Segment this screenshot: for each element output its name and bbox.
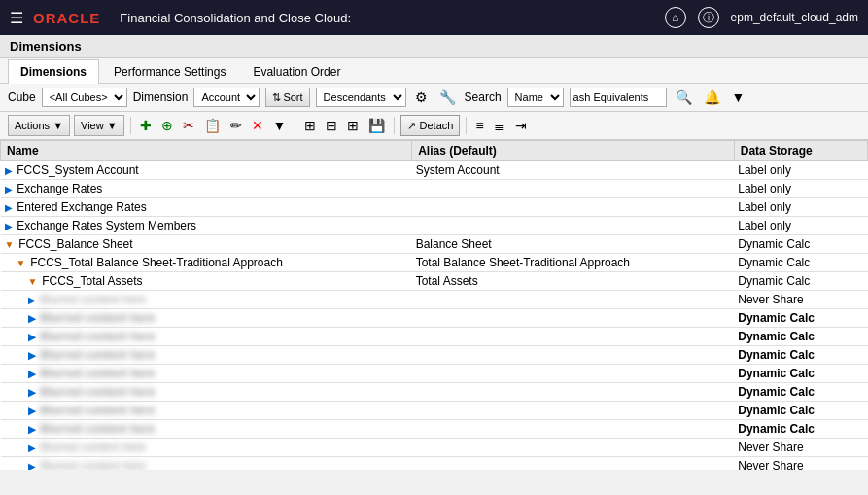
table-row[interactable]: ▶ Entered Exchange RatesLabel only — [1, 198, 868, 217]
sort-button[interactable]: ⇅ Sort — [265, 88, 309, 107]
row-name-cell: ▶ Blurred content here — [1, 402, 412, 420]
expand-icon[interactable]: ▶ — [28, 442, 39, 453]
row-name-text: Blurred content here — [40, 459, 146, 470]
add-child-icon[interactable]: ⊕ — [158, 117, 176, 134]
hamburger-menu-icon[interactable]: ☰ — [10, 9, 23, 27]
row-name-text: Blurred content here — [40, 385, 155, 399]
indent-spacer — [5, 256, 17, 269]
row-name-cell: ▶ Blurred content here — [1, 383, 412, 402]
expand-icon[interactable]: ▶ — [5, 184, 16, 194]
view-button[interactable]: View ▼ — [74, 115, 124, 136]
row-alias-cell — [412, 198, 735, 217]
tab-evaluation-order[interactable]: Evaluation Order — [240, 59, 353, 84]
expand-icon[interactable]: ▶ — [28, 332, 39, 342]
info-icon[interactable]: ⓘ — [698, 7, 719, 28]
align-left-icon[interactable]: ≡ — [472, 117, 486, 134]
actions-button[interactable]: Actions ▼ — [8, 115, 70, 136]
expand-all-icon[interactable]: ⊞ — [344, 117, 362, 134]
indent-spacer — [5, 330, 28, 343]
edit-icon[interactable]: ✏ — [227, 117, 245, 134]
align-center-icon[interactable]: ≣ — [491, 117, 508, 134]
expand-icon[interactable]: ▼ — [5, 239, 17, 250]
row-name-text: Entered Exchange Rates — [17, 200, 146, 214]
table-row[interactable]: ▶ Blurred content hereDynamic Calc — [1, 346, 868, 365]
cut-icon[interactable]: ✂ — [180, 117, 197, 134]
expand-icon[interactable]: ▶ — [28, 295, 39, 305]
indent-spacer — [5, 459, 28, 470]
row-name-cell: ▶ Exchange Rates — [1, 180, 412, 198]
add-icon[interactable]: ✚ — [137, 117, 155, 134]
row-alias-cell — [412, 291, 735, 309]
row-name-cell: ▶ Entered Exchange Rates — [1, 198, 412, 217]
filter-icon-1[interactable]: ⚙ — [412, 88, 431, 106]
tab-performance-settings[interactable]: Performance Settings — [101, 59, 238, 84]
table-row[interactable]: ▶ Blurred content hereDynamic Calc — [1, 383, 868, 402]
expand-icon[interactable]: ▶ — [5, 165, 16, 176]
header-right: ⌂ ⓘ epm_default_cloud_adm — [665, 7, 858, 28]
expand-icon[interactable]: ▶ — [28, 406, 39, 416]
expand-icon[interactable]: ▼ — [17, 258, 29, 268]
search-icon[interactable]: 🔍 — [673, 88, 695, 106]
filter-options-icon[interactable]: ▼ — [729, 88, 748, 106]
expand-icon[interactable]: ⊞ — [301, 117, 319, 134]
expand-icon[interactable]: ▼ — [28, 276, 41, 287]
table-row[interactable]: ▶ Blurred content hereDynamic Calc — [1, 420, 868, 439]
expand-icon[interactable]: ▶ — [28, 461, 39, 470]
row-storage-cell: Label only — [734, 180, 867, 198]
table-row[interactable]: ▶ Blurred content hereDynamic Calc — [1, 309, 868, 328]
table-row[interactable]: ▶ Blurred content hereNever Share — [1, 439, 868, 457]
tab-dimensions[interactable]: Dimensions — [8, 59, 99, 84]
row-name-text: Exchange Rates System Members — [17, 219, 196, 232]
table-row[interactable]: ▼ FCCS_Balance SheetBalance SheetDynamic… — [1, 235, 868, 254]
row-alias-cell — [412, 365, 735, 383]
table-row[interactable]: ▼ FCCS_Total AssetsTotal AssetsDynamic C… — [1, 272, 868, 291]
filter-bar: Cube <All Cubes> Dimension Account ⇅ Sor… — [0, 84, 868, 112]
table-row[interactable]: ▶ Blurred content hereDynamic Calc — [1, 402, 868, 420]
detach-button[interactable]: ↗ Detach — [400, 115, 460, 136]
row-name-text: Blurred content here — [40, 422, 155, 436]
table-row[interactable]: ▶ Exchange Rates System MembersLabel onl… — [1, 217, 868, 235]
expand-icon[interactable]: ▶ — [28, 387, 39, 398]
expand-icon[interactable]: ▶ — [28, 350, 39, 361]
wrap-icon[interactable]: ⇥ — [512, 117, 530, 134]
table-row[interactable]: ▶ Blurred content hereNever Share — [1, 291, 868, 309]
row-storage-cell: Label only — [734, 217, 867, 235]
filter-icon-2[interactable]: 🔧 — [436, 88, 459, 106]
search-label: Search — [465, 90, 502, 104]
expand-icon[interactable]: ▶ — [28, 313, 39, 324]
oracle-logo: ORACLE — [33, 10, 100, 26]
row-name-cell: ▶ Blurred content here — [1, 328, 412, 346]
row-alias-cell — [412, 439, 735, 457]
dimensions-table: Name Alias (Default) Data Storage ▶ FCCS… — [0, 140, 868, 470]
search-field-select[interactable]: Name — [507, 88, 564, 107]
copy-icon[interactable]: 📋 — [201, 117, 224, 134]
expand-icon[interactable]: ▶ — [5, 221, 16, 231]
app-header: ☰ ORACLE Financial Consolidation and Clo… — [0, 0, 868, 35]
sort-select[interactable]: Descendants — [316, 88, 406, 107]
table-row[interactable]: ▼ FCCS_Total Balance Sheet-Traditional A… — [1, 254, 868, 272]
row-alias-cell — [412, 457, 735, 471]
table-row[interactable]: ▶ Blurred content hereDynamic Calc — [1, 328, 868, 346]
row-name-cell: ▶ FCCS_System Account — [1, 161, 412, 180]
home-icon[interactable]: ⌂ — [665, 7, 686, 28]
dimension-select[interactable]: Account — [193, 88, 260, 107]
expand-icon[interactable]: ▶ — [28, 369, 39, 379]
cube-select[interactable]: <All Cubes> — [42, 88, 127, 107]
delete-icon[interactable]: ✕ — [249, 117, 266, 134]
table-row[interactable]: ▶ FCCS_System AccountSystem AccountLabel… — [1, 161, 868, 180]
search-input[interactable] — [570, 88, 667, 107]
more-icon[interactable]: ▼ — [270, 117, 290, 134]
row-alias-cell: Total Balance Sheet-Traditional Approach — [412, 254, 735, 272]
filter-clear-icon[interactable]: 🔔 — [701, 88, 723, 106]
collapse-icon[interactable]: ⊟ — [323, 117, 340, 134]
save-icon[interactable]: 💾 — [365, 117, 388, 134]
table-row[interactable]: ▶ Blurred content hereDynamic Calc — [1, 365, 868, 383]
dimensions-table-container: Name Alias (Default) Data Storage ▶ FCCS… — [0, 140, 868, 470]
row-name-cell: ▶ Blurred content here — [1, 457, 412, 471]
table-row[interactable]: ▶ Blurred content hereNever Share — [1, 457, 868, 471]
detach-label: ↗ Detach — [407, 120, 453, 132]
expand-icon[interactable]: ▶ — [28, 424, 39, 435]
row-alias-cell: Balance Sheet — [412, 235, 735, 254]
table-row[interactable]: ▶ Exchange RatesLabel only — [1, 180, 868, 198]
expand-icon[interactable]: ▶ — [5, 202, 16, 213]
